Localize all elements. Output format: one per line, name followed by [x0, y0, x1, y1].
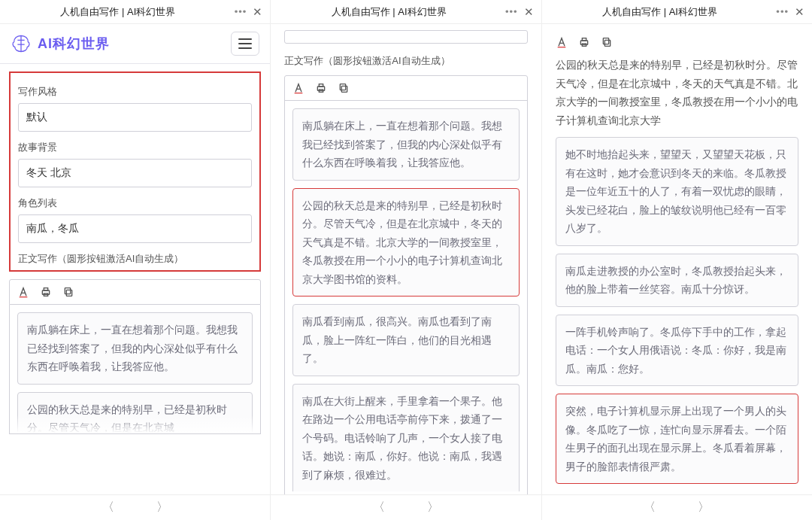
- tab-bar: 人机自由写作 | AI科幻世界 ••• ✕: [271, 0, 541, 24]
- close-icon[interactable]: ✕: [524, 5, 534, 19]
- print-icon[interactable]: [315, 82, 327, 94]
- copy-icon[interactable]: [601, 36, 613, 48]
- section-label: 正文写作（圆形按钮激活AI自动生成）: [18, 252, 252, 266]
- more-icon[interactable]: •••: [235, 6, 247, 17]
- tab-bar: 人机自由写作 | AI科幻世界 ••• ✕: [0, 0, 270, 24]
- svg-rect-3: [66, 290, 71, 296]
- brand-text: AI科幻世界: [38, 35, 110, 53]
- editor-area[interactable]: 南瓜躺在床上，一直在想着那个问题。我想我已经找到答案了，但我的内心深处似乎有什么…: [9, 305, 261, 434]
- roles-label: 角色列表: [18, 196, 252, 210]
- style-label: 写作风格: [18, 85, 252, 99]
- background-input[interactable]: [18, 159, 252, 187]
- close-icon[interactable]: ✕: [795, 5, 804, 19]
- suggestion-card[interactable]: 一阵手机铃声响了。冬瓜停下手中的工作，拿起电话：一个女人用俄语说：冬瓜：你好，我…: [556, 315, 798, 387]
- bottom-nav: 〈 〉 〈 〉 〈 〉: [0, 494, 812, 520]
- more-icon[interactable]: •••: [505, 6, 518, 17]
- panel-middle: 人机自由写作 | AI科幻世界 ••• ✕ 正文写作（圆形按钮激活AI自动生成）: [271, 0, 541, 494]
- brand[interactable]: AI科幻世界: [11, 33, 110, 54]
- tab-bar: 人机自由写作 | AI科幻世界 ••• ✕: [542, 0, 812, 24]
- more-icon[interactable]: •••: [776, 6, 789, 17]
- nav-forward-icon[interactable]: 〉: [156, 500, 168, 515]
- svg-rect-6: [320, 84, 323, 87]
- nav-back-icon[interactable]: 〈: [644, 500, 656, 515]
- tab-title[interactable]: 人机自由写作 | AI科幻世界: [278, 5, 499, 19]
- suggestion-card-highlight[interactable]: 突然，电子计算机显示屏上出现了一个男人的头像。冬瓜吃了一惊，连忙向显示屏看去。一…: [556, 394, 798, 484]
- svg-rect-13: [604, 40, 610, 46]
- copy-icon[interactable]: [338, 82, 350, 94]
- editor-toolbar: [556, 32, 798, 53]
- editor-text[interactable]: 公园的秋天总是来的特别早，已经是初秋时分。尽管天气冷，但是在北京城中，冬天的天气…: [542, 53, 812, 132]
- close-icon[interactable]: ✕: [253, 5, 262, 19]
- panel-left: 人机自由写作 | AI科幻世界 ••• ✕ AI科幻世界: [0, 0, 271, 494]
- editor-frame: 南瓜躺在床上，一直在想着那个问题。我想我已经找到答案了，但我的内心深处似乎有什么…: [284, 75, 527, 494]
- suggestion-card[interactable]: 公园的秋天总是来的特别早，已经是初秋时分。尽管天气冷，但是在北京城: [17, 392, 253, 435]
- suggestion-card[interactable]: 南瓜躺在床上，一直在想着那个问题。我想我已经找到答案了，但我的内心深处似乎有什么…: [292, 108, 519, 181]
- suggestion-card[interactable]: 她不时地抬起头来，望望天，又望望天花板，只有在这时，她才会意识到冬天的来临。冬瓜…: [556, 137, 798, 246]
- svg-rect-11: [582, 38, 586, 41]
- tab-title[interactable]: 人机自由写作 | AI科幻世界: [550, 5, 771, 19]
- roles-input[interactable]: [18, 214, 252, 243]
- suggestion-card[interactable]: 南瓜走进教授的办公室时，冬瓜教授抬起头来，他的脸上带着一丝笑容。南瓜十分惊讶。: [556, 254, 798, 307]
- svg-rect-1: [44, 288, 47, 290]
- editor-toolbar: [285, 76, 526, 101]
- font-icon[interactable]: [556, 36, 568, 48]
- brain-logo-icon: [11, 33, 32, 54]
- print-icon[interactable]: [578, 36, 590, 48]
- svg-rect-8: [342, 86, 347, 92]
- hamburger-icon: [238, 38, 252, 49]
- font-icon[interactable]: [17, 286, 29, 298]
- copy-icon[interactable]: [62, 286, 74, 298]
- nav-back-icon[interactable]: 〈: [102, 500, 114, 515]
- section-label: 正文写作（圆形按钮激活AI自动生成）: [271, 44, 541, 68]
- settings-form: 写作风格 故事背景 角色列表 正文写作（圆形按钮激活AI自动生成）: [9, 71, 261, 272]
- editor-toolbar: [9, 279, 261, 305]
- svg-rect-14: [603, 38, 608, 44]
- suggestion-card[interactable]: 南瓜躺在床上，一直在想着那个问题。我想我已经找到答案了，但我的内心深处似乎有什么…: [17, 312, 253, 385]
- tab-title[interactable]: 人机自由写作 | AI科幻世界: [8, 5, 229, 19]
- style-input[interactable]: [18, 103, 252, 132]
- nav-forward-icon[interactable]: 〉: [427, 500, 439, 515]
- menu-button[interactable]: [231, 32, 259, 56]
- suggestion-card[interactable]: 南瓜在大街上醒来，手里拿着一个果子。他在路边一个公用电话亭前停下来，拨通了一个号…: [292, 384, 519, 492]
- font-icon[interactable]: [292, 82, 304, 94]
- suggestion-card-highlight[interactable]: 公园的秋天总是来的特别早，已经是初秋时分。尽管天气冷，但是在北京城中，冬天的天气…: [292, 188, 519, 297]
- svg-rect-9: [341, 84, 346, 90]
- nav-forward-icon[interactable]: 〉: [698, 500, 710, 515]
- svg-rect-4: [65, 288, 70, 294]
- nav-back-icon[interactable]: 〈: [373, 500, 385, 515]
- print-icon[interactable]: [40, 286, 52, 298]
- background-label: 故事背景: [18, 141, 252, 154]
- input-field-partial[interactable]: [284, 30, 527, 44]
- app-header: AI科幻世界: [0, 24, 270, 64]
- panel-right: 人机自由写作 | AI科幻世界 ••• ✕ 公园的秋天总是来的特别早，已经是初秋…: [542, 0, 812, 494]
- suggestion-card[interactable]: 南瓜看到南瓜，很高兴。南瓜也看到了南瓜，脸上一阵红一阵白，他们的目光相遇了。: [292, 304, 519, 376]
